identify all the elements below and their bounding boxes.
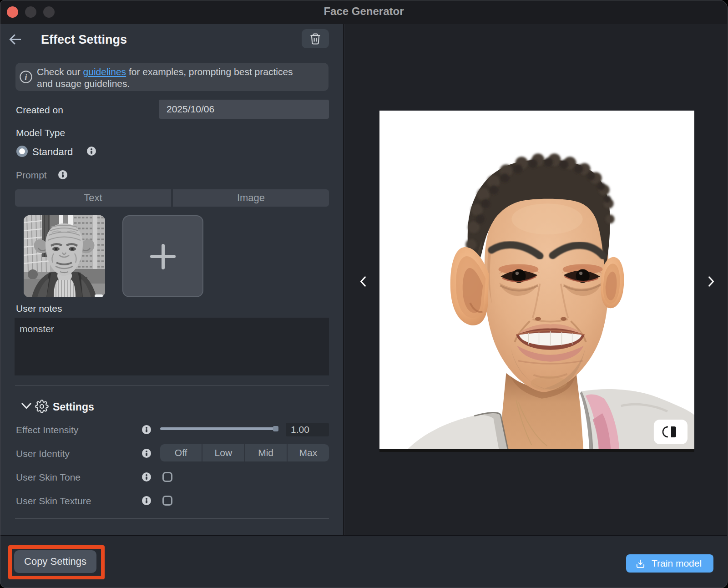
svg-text:i: i bbox=[25, 72, 27, 82]
